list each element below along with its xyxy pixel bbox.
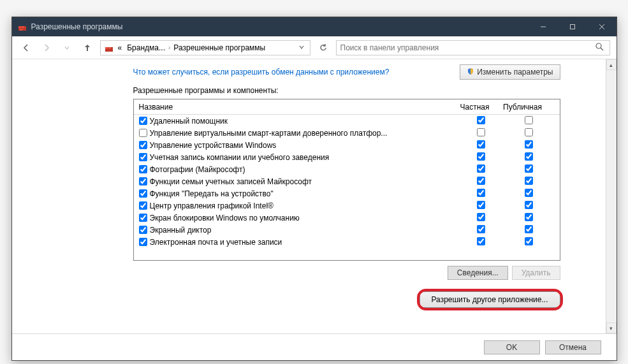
- table-row[interactable]: Экран блокировки Windows по умолчанию: [134, 212, 560, 224]
- row-public-checkbox[interactable]: [525, 140, 533, 149]
- allow-another-row: Разрешить другое приложение...: [133, 291, 560, 308]
- table-row[interactable]: Центр управления графикой Intel®: [134, 200, 560, 212]
- row-name: Удаленный помощник: [150, 117, 459, 126]
- up-button[interactable]: [80, 40, 95, 55]
- chevron-right-icon: ›: [168, 44, 170, 51]
- svg-rect-5: [570, 25, 574, 29]
- scroll-down-icon[interactable]: ▾: [606, 323, 617, 333]
- column-name[interactable]: Название: [134, 103, 453, 112]
- recent-dropdown[interactable]: [59, 40, 75, 55]
- column-public[interactable]: Публичная: [497, 103, 548, 112]
- row-enabled-checkbox[interactable]: [139, 226, 147, 234]
- group-label: Разрешенные программы и компоненты:: [133, 86, 560, 95]
- row-private-checkbox[interactable]: [477, 140, 485, 149]
- scroll-track[interactable]: [606, 70, 617, 323]
- change-parameters-button[interactable]: Изменить параметры: [460, 64, 560, 80]
- table-row[interactable]: Управление устройствами Windows: [134, 139, 560, 151]
- row-public-checkbox[interactable]: [525, 177, 533, 185]
- svg-rect-1: [18, 26, 21, 28]
- row-private-checkbox[interactable]: [477, 189, 485, 197]
- firewall-path-icon: [103, 42, 115, 54]
- row-enabled-checkbox[interactable]: [139, 177, 147, 186]
- scroll-up-icon[interactable]: ▴: [606, 59, 617, 70]
- search-input[interactable]: [340, 43, 595, 52]
- row-private-checkbox[interactable]: [477, 152, 485, 161]
- details-button[interactable]: Сведения...: [448, 266, 508, 280]
- main-panel: Что может случиться, если разрешить обме…: [12, 59, 606, 333]
- search-box[interactable]: [336, 40, 610, 55]
- svg-point-11: [596, 43, 601, 48]
- row-enabled-checkbox[interactable]: [139, 129, 147, 137]
- svg-rect-10: [108, 47, 111, 49]
- row-private-checkbox[interactable]: [477, 177, 485, 185]
- allow-another-app-button[interactable]: Разрешить другое приложение...: [420, 291, 560, 308]
- row-name: Функции семьи учетных записей Майкрософт: [150, 177, 459, 186]
- allowed-programs-window: Разрешенные программы « Брандма... › Раз…: [11, 17, 617, 361]
- back-button[interactable]: [18, 40, 34, 55]
- minimize-button[interactable]: [529, 17, 558, 36]
- row-public-checkbox[interactable]: [525, 116, 533, 124]
- allowed-apps-list: Название Частная Публичная Удаленный пом…: [133, 99, 560, 261]
- row-private-checkbox[interactable]: [477, 213, 485, 221]
- list-buttons: Сведения... Удалить: [133, 266, 560, 280]
- titlebar: Разрешенные программы: [12, 17, 617, 36]
- row-public-checkbox[interactable]: [525, 189, 533, 197]
- delete-button: Удалить: [512, 266, 560, 280]
- row-public-checkbox[interactable]: [525, 225, 533, 233]
- close-button[interactable]: [587, 17, 617, 36]
- table-row[interactable]: Фотографии (Майкрософт): [134, 163, 560, 175]
- row-private-checkbox[interactable]: [477, 225, 485, 233]
- table-row[interactable]: Управление виртуальными смарт-картами до…: [134, 127, 560, 139]
- row-enabled-checkbox[interactable]: [139, 238, 147, 246]
- list-body[interactable]: Удаленный помощникУправление виртуальным…: [134, 115, 560, 260]
- row-private-checkbox[interactable]: [477, 128, 485, 136]
- row-public-checkbox[interactable]: [525, 152, 533, 161]
- row-public-checkbox[interactable]: [525, 164, 533, 173]
- table-row[interactable]: Экранный диктор: [134, 224, 560, 236]
- shield-icon: [467, 68, 474, 77]
- search-icon[interactable]: [595, 43, 606, 53]
- change-parameters-label: Изменить параметры: [477, 68, 553, 76]
- breadcrumb-prefix: «: [116, 43, 124, 52]
- ok-button[interactable]: OK: [484, 340, 540, 354]
- info-row: Что может случиться, если разрешить обме…: [133, 64, 560, 80]
- help-link[interactable]: Что может случиться, если разрешить обме…: [133, 68, 390, 76]
- row-enabled-checkbox[interactable]: [139, 201, 147, 210]
- table-row[interactable]: Функция "Передать на устройство": [134, 187, 560, 200]
- row-public-checkbox[interactable]: [525, 213, 533, 221]
- column-private[interactable]: Частная: [453, 103, 497, 112]
- row-enabled-checkbox[interactable]: [139, 153, 147, 161]
- breadcrumb-item[interactable]: Брандма...: [125, 43, 167, 52]
- maximize-button[interactable]: [558, 17, 587, 36]
- row-public-checkbox[interactable]: [525, 201, 533, 209]
- breadcrumb-item[interactable]: Разрешенные программы: [172, 43, 267, 52]
- row-private-checkbox[interactable]: [477, 237, 485, 245]
- row-private-checkbox[interactable]: [477, 201, 485, 209]
- svg-rect-3: [20, 29, 22, 31]
- vertical-scrollbar[interactable]: ▴ ▾: [606, 59, 617, 333]
- row-name: Управление устройствами Windows: [150, 141, 459, 150]
- row-public-checkbox[interactable]: [525, 128, 533, 136]
- allow-another-app-label: Разрешить другое приложение...: [432, 295, 548, 304]
- table-row[interactable]: Электронная почта и учетные записи: [134, 236, 560, 248]
- row-private-checkbox[interactable]: [477, 116, 485, 124]
- svg-rect-9: [105, 47, 108, 49]
- table-row[interactable]: Учетная запись компании или учебного зав…: [134, 151, 560, 163]
- row-name: Управление виртуальными смарт-картами до…: [150, 129, 459, 138]
- row-enabled-checkbox[interactable]: [139, 189, 147, 198]
- row-enabled-checkbox[interactable]: [139, 214, 147, 222]
- row-enabled-checkbox[interactable]: [139, 117, 147, 125]
- window-title: Разрешенные программы: [31, 22, 529, 31]
- row-private-checkbox[interactable]: [477, 164, 485, 173]
- table-row[interactable]: Функции семьи учетных записей Майкрософт: [134, 175, 560, 187]
- row-enabled-checkbox[interactable]: [139, 165, 147, 173]
- row-enabled-checkbox[interactable]: [139, 141, 147, 149]
- row-name: Фотографии (Майкрософт): [150, 165, 459, 174]
- row-public-checkbox[interactable]: [525, 237, 533, 245]
- forward-button[interactable]: [39, 40, 54, 55]
- refresh-button[interactable]: [316, 40, 331, 55]
- table-row[interactable]: Удаленный помощник: [134, 115, 560, 127]
- cancel-button[interactable]: Отмена: [545, 340, 601, 354]
- breadcrumb[interactable]: « Брандма... › Разрешенные программы: [100, 40, 310, 55]
- chevron-down-icon[interactable]: [296, 43, 307, 52]
